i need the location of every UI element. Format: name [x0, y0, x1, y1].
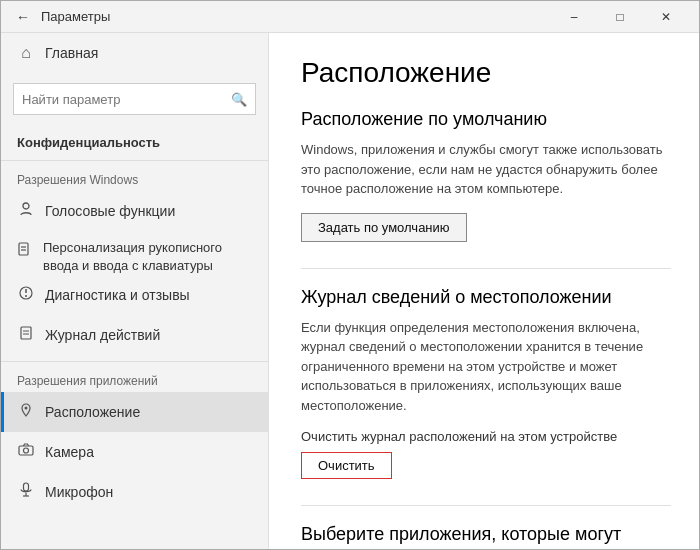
- section1-description: Windows, приложения и службы смогут такж…: [301, 140, 671, 199]
- microphone-label: Микрофон: [45, 484, 113, 500]
- window-controls: – □ ✕: [551, 1, 689, 33]
- svg-point-6: [25, 295, 27, 297]
- titlebar-back-button[interactable]: ←: [11, 5, 35, 29]
- svg-point-0: [23, 203, 29, 209]
- location-label: Расположение: [45, 404, 140, 420]
- sidebar-item-voice[interactable]: Голосовые функции: [1, 191, 268, 231]
- sidebar-divider-2: [1, 361, 268, 362]
- voice-label: Голосовые функции: [45, 203, 175, 219]
- separator-2: [301, 505, 671, 506]
- content-area: ⌂ Главная 🔍 Конфиденциальность Разрешени…: [1, 33, 699, 549]
- windows-permissions-label: Разрешения Windows: [1, 167, 268, 191]
- section3-title: Выберите приложения, которые могут получ…: [301, 524, 671, 549]
- voice-icon: [17, 201, 35, 221]
- app-permissions-label: Разрешения приложений: [1, 368, 268, 392]
- section1-title: Расположение по умолчанию: [301, 109, 671, 130]
- search-input[interactable]: [22, 92, 231, 107]
- sidebar-item-microphone[interactable]: Микрофон: [1, 472, 268, 512]
- settings-window: ← Параметры – □ ✕ ⌂ Главная 🔍 Конфиденци…: [0, 0, 700, 550]
- search-icon: 🔍: [231, 92, 247, 107]
- activity-icon: [17, 325, 35, 345]
- home-icon: ⌂: [17, 44, 35, 62]
- camera-icon: [17, 442, 35, 462]
- microphone-icon: [17, 482, 35, 502]
- sidebar-item-handwriting[interactable]: Персонализация рукописного ввода и ввода…: [1, 231, 268, 275]
- set-default-button[interactable]: Задать по умолчанию: [301, 213, 467, 242]
- section2-description: Если функция определения местоположения …: [301, 318, 671, 416]
- sidebar-divider-1: [1, 160, 268, 161]
- sidebar-home-label: Главная: [45, 45, 98, 61]
- svg-rect-11: [19, 446, 33, 455]
- privacy-section-label: Конфиденциальность: [1, 123, 268, 154]
- svg-rect-7: [21, 327, 31, 339]
- titlebar-title: Параметры: [41, 9, 551, 24]
- maximize-button[interactable]: □: [597, 1, 643, 33]
- sidebar-item-activity[interactable]: Журнал действий: [1, 315, 268, 355]
- diagnostics-icon: [17, 285, 35, 305]
- clear-button[interactable]: Очистить: [301, 452, 392, 479]
- svg-rect-13: [24, 483, 29, 491]
- sidebar-item-camera[interactable]: Камера: [1, 432, 268, 472]
- sidebar-search-box[interactable]: 🔍: [13, 83, 256, 115]
- location-icon: [17, 402, 35, 422]
- sidebar-item-location[interactable]: Расположение: [1, 392, 268, 432]
- main-panel: Расположение Расположение по умолчанию W…: [269, 33, 699, 549]
- handwriting-label: Персонализация рукописного ввода и ввода…: [43, 239, 252, 275]
- camera-label: Камера: [45, 444, 94, 460]
- svg-rect-1: [19, 243, 28, 255]
- handwriting-icon: [17, 241, 33, 261]
- sidebar-item-home[interactable]: ⌂ Главная: [1, 33, 268, 73]
- clear-label: Очистить журнал расположений на этом уст…: [301, 429, 671, 444]
- svg-point-10: [25, 407, 28, 410]
- sidebar: ⌂ Главная 🔍 Конфиденциальность Разрешени…: [1, 33, 269, 549]
- svg-point-12: [24, 448, 29, 453]
- separator-1: [301, 268, 671, 269]
- page-title: Расположение: [301, 57, 671, 89]
- diagnostics-label: Диагностика и отзывы: [45, 287, 190, 303]
- activity-label: Журнал действий: [45, 327, 160, 343]
- close-button[interactable]: ✕: [643, 1, 689, 33]
- minimize-button[interactable]: –: [551, 1, 597, 33]
- titlebar: ← Параметры – □ ✕: [1, 1, 699, 33]
- section2-title: Журнал сведений о местоположении: [301, 287, 671, 308]
- sidebar-item-diagnostics[interactable]: Диагностика и отзывы: [1, 275, 268, 315]
